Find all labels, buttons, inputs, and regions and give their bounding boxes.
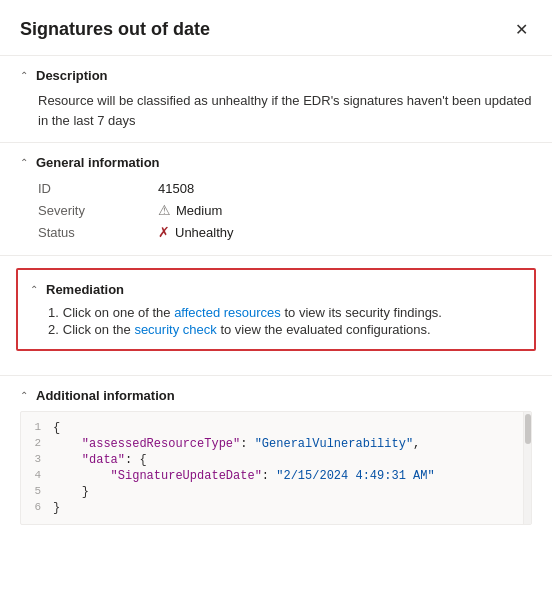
step2-text: Click on the security check to view the … bbox=[63, 322, 431, 337]
code-content-3: "data": { bbox=[53, 453, 523, 467]
remediation-outer-wrapper: ⌃ Remediation 1. Click on one of the aff… bbox=[0, 256, 552, 376]
status-text: Unhealthy bbox=[175, 225, 234, 240]
panel-header: Signatures out of date ✕ bbox=[0, 0, 552, 56]
scrollbar[interactable] bbox=[523, 412, 531, 524]
description-title: Description bbox=[36, 68, 108, 83]
json-key-data: "data" bbox=[82, 453, 125, 467]
code-content-1: { bbox=[53, 421, 523, 435]
info-row-status: Status ✗ Unhealthy bbox=[38, 221, 532, 243]
scrollbar-thumb bbox=[525, 414, 531, 444]
code-line-2: 2 "assessedResourceType": "GeneralVulner… bbox=[21, 436, 531, 452]
severity-value: ⚠ Medium bbox=[158, 202, 222, 218]
json-val-sig: "2/15/2024 4:49:31 AM" bbox=[276, 469, 434, 483]
description-chevron: ⌃ bbox=[20, 70, 28, 81]
code-content-6: } bbox=[53, 501, 523, 515]
id-label: ID bbox=[38, 181, 158, 196]
remediation-step-2: 2. Click on the security check to view t… bbox=[48, 322, 522, 337]
warning-icon: ⚠ bbox=[158, 202, 171, 218]
description-body: Resource will be classified as unhealthy… bbox=[20, 91, 532, 130]
json-brace-open: { bbox=[139, 453, 146, 467]
remediation-content: 1. Click on one of the affected resource… bbox=[30, 305, 522, 337]
close-button[interactable]: ✕ bbox=[511, 16, 532, 43]
status-label: Status bbox=[38, 225, 158, 240]
additional-info-title: Additional information bbox=[36, 388, 175, 403]
step2-link[interactable]: security check bbox=[134, 322, 216, 337]
panel-title: Signatures out of date bbox=[20, 19, 210, 40]
info-row-severity: Severity ⚠ Medium bbox=[38, 199, 532, 221]
remediation-step-1: 1. Click on one of the affected resource… bbox=[48, 305, 522, 320]
step2-num: 2. bbox=[48, 322, 59, 337]
additional-info-header[interactable]: ⌃ Additional information bbox=[20, 388, 532, 403]
severity-label: Severity bbox=[38, 203, 158, 218]
line-num-4: 4 bbox=[21, 469, 53, 481]
error-icon: ✗ bbox=[158, 224, 170, 240]
description-header[interactable]: ⌃ Description bbox=[20, 68, 532, 83]
additional-info-section: ⌃ Additional information 1 { 2 "assessed… bbox=[0, 376, 552, 537]
additional-chevron: ⌃ bbox=[20, 390, 28, 401]
step1-num: 1. bbox=[48, 305, 59, 320]
general-info-chevron: ⌃ bbox=[20, 157, 28, 168]
line-num-1: 1 bbox=[21, 421, 53, 433]
general-info-section: ⌃ General information ID 41508 Severity … bbox=[0, 143, 552, 256]
remediation-section: ⌃ Remediation 1. Click on one of the aff… bbox=[16, 268, 536, 351]
code-line-1: 1 { bbox=[21, 420, 531, 436]
line-num-3: 3 bbox=[21, 453, 53, 465]
info-row-id: ID 41508 bbox=[38, 178, 532, 199]
code-line-6: 6 } bbox=[21, 500, 531, 516]
json-val-type: "GeneralVulnerability" bbox=[255, 437, 413, 451]
code-content-4: "SignatureUpdateDate": "2/15/2024 4:49:3… bbox=[53, 469, 523, 483]
code-line-3: 3 "data": { bbox=[21, 452, 531, 468]
code-content-5: } bbox=[53, 485, 523, 499]
severity-text: Medium bbox=[176, 203, 222, 218]
general-info-header[interactable]: ⌃ General information bbox=[20, 155, 532, 170]
general-info-title: General information bbox=[36, 155, 160, 170]
step1-text: Click on one of the affected resources t… bbox=[63, 305, 442, 320]
panel: Signatures out of date ✕ ⌃ Description R… bbox=[0, 0, 552, 537]
json-key-sig: "SignatureUpdateDate" bbox=[111, 469, 262, 483]
line-num-5: 5 bbox=[21, 485, 53, 497]
code-block: 1 { 2 "assessedResourceType": "GeneralVu… bbox=[20, 411, 532, 525]
remediation-header[interactable]: ⌃ Remediation bbox=[30, 282, 522, 297]
line-num-2: 2 bbox=[21, 437, 53, 449]
remediation-title: Remediation bbox=[46, 282, 124, 297]
info-table: ID 41508 Severity ⚠ Medium Status ✗ Unhe… bbox=[20, 178, 532, 243]
remediation-chevron: ⌃ bbox=[30, 284, 38, 295]
code-content-2: "assessedResourceType": "GeneralVulnerab… bbox=[53, 437, 523, 451]
code-line-5: 5 } bbox=[21, 484, 531, 500]
json-key-type: "assessedResourceType" bbox=[82, 437, 240, 451]
step1-link[interactable]: affected resources bbox=[174, 305, 281, 320]
code-line-4: 4 "SignatureUpdateDate": "2/15/2024 4:49… bbox=[21, 468, 531, 484]
id-value: 41508 bbox=[158, 181, 194, 196]
line-num-6: 6 bbox=[21, 501, 53, 513]
description-section: ⌃ Description Resource will be classifie… bbox=[0, 56, 552, 143]
status-value: ✗ Unhealthy bbox=[158, 224, 234, 240]
